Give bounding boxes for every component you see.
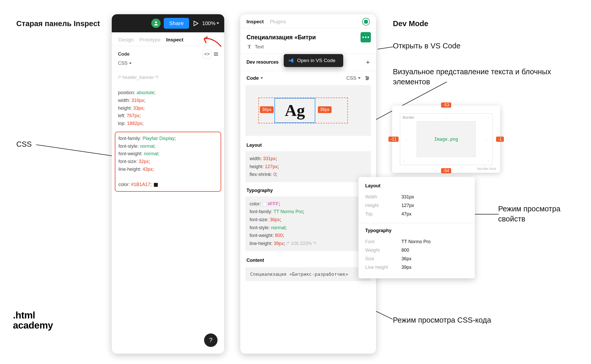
content-title: Content — [246, 258, 370, 263]
label-visual-repr: Визуальное представление текста и блочны… — [393, 67, 553, 87]
devmode-toggle[interactable] — [362, 18, 370, 26]
connector-line — [378, 46, 393, 51]
hand-arrow-icon — [203, 35, 222, 48]
image-preview-name: Image.png — [417, 121, 476, 157]
offset-left-tag: -11 — [388, 137, 399, 142]
code-view-toggle[interactable]: <> — [203, 50, 211, 58]
color-swatch — [263, 202, 267, 206]
prop-row: Width331px — [365, 193, 468, 201]
more-menu-button[interactable] — [361, 32, 371, 42]
label-devmode: Dev Mode — [393, 19, 428, 29]
zoom-control[interactable]: 100% — [202, 20, 219, 26]
connector-line — [36, 145, 113, 160]
prop-row: Weight800 — [365, 246, 468, 255]
label-props-mode: Режим просмотра свойств — [498, 204, 573, 224]
connector-line — [474, 213, 499, 216]
box-model-card: Border - - - - - - - Image.png border-bo… — [392, 106, 500, 173]
left-spacing-tag: 36px — [260, 106, 274, 113]
chevron-down-icon — [260, 77, 263, 79]
avatar[interactable] — [151, 19, 161, 28]
prop-row: Line height39px — [365, 263, 468, 272]
prop-row: FontTT Norms Pro — [365, 237, 468, 246]
code-output: /* header_banner */ position: absolute; … — [112, 70, 224, 132]
help-button[interactable]: ? — [204, 333, 218, 347]
layout-title: Layout — [246, 143, 370, 148]
svg-point-2 — [366, 76, 367, 77]
tab-plugins[interactable]: Plugins — [270, 19, 286, 25]
vscode-icon — [288, 58, 294, 63]
prop-row: Size36px — [365, 255, 468, 263]
tab-prototype[interactable]: Prototype — [139, 37, 160, 43]
code-title: Code — [118, 51, 130, 57]
layout-heading: Layout — [365, 183, 468, 189]
svg-marker-1 — [194, 21, 198, 26]
code-mode-select[interactable]: Code — [246, 75, 263, 81]
label-css-mode: Режим просмотра CSS-кода — [393, 315, 517, 325]
border-label: Border — [403, 115, 414, 120]
prop-row: Height127px — [365, 201, 468, 210]
dimensions-preview: Ag 36px 39px — [245, 85, 371, 136]
code-section-header: Code <> CSS — [112, 46, 224, 70]
settings-sliders-icon[interactable] — [365, 76, 370, 81]
devmode-tabs: Inspect Plugins — [240, 14, 376, 28]
properties-card: Layout Width331px Height127px Top47px Ty… — [358, 177, 475, 278]
chevron-down-icon — [358, 77, 361, 79]
list-view-icon[interactable] — [214, 53, 218, 56]
share-button[interactable]: Share — [164, 18, 189, 29]
offset-top-tag: -53 — [441, 102, 451, 108]
tab-design[interactable]: Design — [118, 37, 134, 43]
svg-point-0 — [155, 21, 157, 23]
old-inspect-panel: Share 100% Design Prototype Inspect Code… — [112, 14, 224, 354]
typography-heading: Typography — [365, 228, 468, 233]
label-open-vscode: Открыть в VS Code — [393, 41, 460, 51]
node-type-label: Text — [255, 44, 264, 50]
node-type-row: T Text — [240, 44, 376, 53]
dev-resources-title: Dev resources — [246, 60, 279, 65]
htmlacademy-logo: .html academy — [13, 310, 53, 331]
layout-css-block: width: 331px; height: 127px; flex-shrink… — [245, 151, 371, 182]
chevron-down-icon — [216, 23, 219, 24]
offset-bottom-tag: -54 — [441, 168, 451, 173]
text-type-icon: T — [246, 44, 252, 50]
tab-inspect[interactable]: Inspect — [166, 37, 183, 43]
present-button[interactable] — [192, 20, 199, 27]
typography-css-block: color: #FFF; font-family: TT Norms Pro; … — [245, 196, 371, 251]
old-toolbar: Share 100% — [112, 14, 224, 32]
label-old-panel: Старая панель Inspect — [16, 19, 100, 29]
open-in-vscode-menuitem[interactable]: Open in VS Code — [284, 54, 343, 67]
chevron-down-icon — [129, 63, 132, 64]
language-select[interactable]: CSS — [118, 61, 218, 66]
selection-name: Специализация «Битри — [246, 34, 316, 41]
code-language-select[interactable]: CSS — [346, 75, 361, 81]
tab-inspect-dev[interactable]: Inspect — [246, 19, 264, 25]
offset-right-tag: -1 — [496, 137, 504, 142]
box-sizing-label: border-box — [477, 166, 496, 171]
prop-row: Top47px — [365, 210, 468, 218]
highlighted-code-region: font-family: Playfair Display; font-styl… — [115, 132, 221, 192]
content-value-box: Специализация «Битрикс-разработчик» — [245, 267, 371, 281]
svg-point-3 — [368, 78, 369, 79]
svg-point-4 — [366, 79, 367, 80]
text-bounding-box: Ag — [274, 98, 315, 123]
selection-header: Специализация «Битри — [240, 28, 376, 44]
typography-title: Typography — [246, 188, 370, 193]
right-spacing-tag: 39px — [318, 106, 332, 113]
code-section-header-dev: Code CSS — [240, 71, 376, 84]
add-resource-button[interactable]: + — [366, 58, 370, 66]
color-swatch — [154, 183, 158, 187]
label-css: CSS — [16, 139, 32, 149]
